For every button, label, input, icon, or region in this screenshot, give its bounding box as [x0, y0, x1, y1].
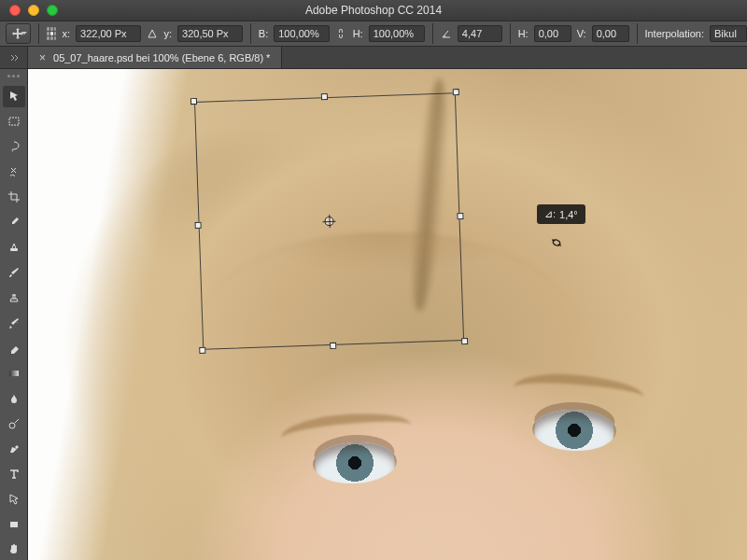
height-input[interactable]: [369, 25, 425, 42]
svg-rect-1: [10, 248, 18, 251]
transform-handle-top-right[interactable]: [453, 89, 459, 95]
path-selection-tool[interactable]: [3, 488, 25, 510]
history-brush-tool[interactable]: [3, 312, 25, 333]
transform-angle-tooltip: ⊿: 1,4°: [537, 204, 585, 224]
document-tab[interactable]: × 05_07_haare.psd bei 100% (Ebene 6, RGB…: [28, 47, 282, 68]
skew-h-label: H:: [518, 28, 529, 39]
crop-tool[interactable]: [3, 187, 25, 208]
transform-handle-top-left[interactable]: [190, 98, 197, 105]
free-transform-bounding-box[interactable]: [194, 92, 464, 350]
angle-input[interactable]: [458, 25, 502, 42]
blur-tool[interactable]: [3, 387, 25, 409]
toolbox: [0, 69, 28, 560]
skew-v-label: V:: [577, 28, 586, 39]
svg-rect-2: [9, 371, 19, 376]
transform-handle-bottom-middle[interactable]: [330, 343, 336, 349]
width-input[interactable]: [274, 25, 330, 42]
options-bar: x: y: B: H: H: V: Interpolation:: [0, 21, 747, 47]
transform-handle-middle-left[interactable]: [195, 222, 202, 229]
divider: [432, 23, 433, 44]
hand-tool[interactable]: [3, 539, 25, 560]
app-title: Adobe Photoshop CC 2014: [305, 4, 442, 17]
angle-tooltip-value: 1,4°: [559, 209, 578, 220]
link-aspect-icon[interactable]: [335, 26, 346, 41]
pen-tool[interactable]: [3, 438, 25, 459]
clone-stamp-tool[interactable]: [3, 287, 25, 308]
divider: [38, 23, 39, 44]
transform-handle-bottom-right[interactable]: [461, 338, 468, 344]
tool-preset-picker[interactable]: [6, 23, 31, 44]
x-label: x:: [63, 28, 71, 39]
interpolation-select[interactable]: [710, 25, 747, 42]
divider: [250, 23, 251, 44]
reference-point-grid[interactable]: [47, 27, 57, 40]
svg-rect-4: [10, 522, 18, 527]
gradient-tool[interactable]: [3, 362, 25, 384]
transform-handle-bottom-left[interactable]: [199, 347, 205, 354]
move-icon: [10, 26, 25, 41]
svg-point-3: [9, 423, 15, 428]
lasso-tool[interactable]: [3, 136, 25, 158]
main-area: ⊿: 1,4°: [0, 69, 747, 560]
spot-healing-brush-tool[interactable]: [3, 237, 25, 259]
quick-selection-tool[interactable]: [3, 161, 25, 183]
skew-h-input[interactable]: [534, 25, 571, 42]
window-zoom-button[interactable]: [47, 5, 58, 16]
tab-close-icon[interactable]: ×: [39, 51, 46, 64]
y-label: y:: [163, 28, 172, 39]
transform-handle-top-middle[interactable]: [321, 93, 328, 100]
move-tool[interactable]: [3, 86, 25, 107]
transform-handle-middle-right[interactable]: [457, 213, 463, 219]
rectangle-tool[interactable]: [3, 513, 25, 535]
type-tool[interactable]: [3, 463, 25, 484]
skew-v-input[interactable]: [592, 25, 629, 42]
brush-tool[interactable]: [3, 262, 25, 284]
tab-title: 05_07_haare.psd bei 100% (Ebene 6, RGB/8…: [53, 52, 270, 63]
delta-icon: [147, 26, 158, 41]
toolbox-grip[interactable]: [4, 75, 24, 78]
window-titlebar: Adobe Photoshop CC 2014: [0, 0, 747, 21]
x-input[interactable]: [76, 25, 141, 42]
interpolation-label: Interpolation:: [644, 28, 704, 39]
divider: [510, 23, 511, 44]
divider: [637, 23, 638, 44]
document-canvas[interactable]: ⊿: 1,4°: [28, 69, 747, 560]
rectangular-marquee-tool[interactable]: [3, 111, 25, 133]
window-controls: [0, 5, 58, 16]
eraser-tool[interactable]: [3, 337, 25, 358]
window-minimize-button[interactable]: [28, 5, 39, 16]
width-label: B:: [259, 28, 268, 39]
toolbox-collapse-handle[interactable]: [0, 47, 28, 68]
eyedropper-tool[interactable]: [3, 212, 25, 233]
angle-icon: [440, 26, 451, 41]
svg-rect-0: [9, 118, 19, 125]
window-close-button[interactable]: [9, 5, 21, 16]
height-label: H:: [353, 28, 363, 39]
dodge-tool[interactable]: [3, 413, 25, 434]
rotate-cursor-icon: [549, 235, 564, 250]
y-input[interactable]: [177, 25, 243, 42]
document-tab-bar: × 05_07_haare.psd bei 100% (Ebene 6, RGB…: [0, 47, 747, 69]
angle-tooltip-label: ⊿:: [544, 208, 556, 220]
